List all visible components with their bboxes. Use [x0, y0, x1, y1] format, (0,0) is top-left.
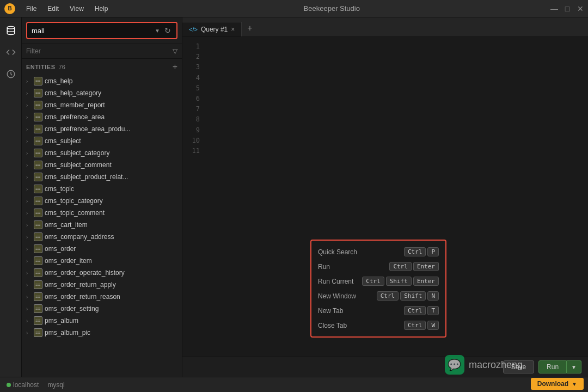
maximize-button[interactable]: □	[564, 5, 571, 12]
shortcut-row: Run CurrentCtrlShiftEnter	[318, 277, 439, 286]
list-item[interactable]: › ≡≡ cms_topic_category	[22, 195, 182, 207]
key-badge: Ctrl	[389, 262, 412, 271]
list-item[interactable]: › ≡≡ oms_order_item	[22, 255, 182, 267]
menu-edit[interactable]: Edit	[43, 4, 63, 14]
shortcut-label: Run	[318, 263, 330, 271]
menu-help[interactable]: Help	[90, 4, 113, 14]
status-connection: localhost	[7, 381, 39, 389]
chevron-right-icon: ›	[26, 186, 32, 192]
titlebar: B File Edit View Help Beekeeper Studio —…	[0, 0, 588, 17]
watermark: 💬 macrozheng	[445, 355, 523, 375]
history-icon[interactable]	[2, 65, 20, 83]
table-icon: ≡≡	[34, 137, 42, 145]
list-item[interactable]: › ≡≡ cms_subject_product_relat...	[22, 171, 182, 183]
key-badge: Shift	[386, 277, 412, 286]
shortcut-label: Run Current	[318, 278, 353, 285]
database-icon[interactable]	[2, 22, 20, 39]
list-item[interactable]: › ≡≡ cms_member_report	[22, 99, 182, 111]
main-layout: mall ▼ ↻ ▽ ENTITIES 76 + › ≡≡ cms_help ›…	[0, 17, 588, 377]
tab-icon: </>	[189, 26, 198, 33]
list-item[interactable]: › ≡≡ oms_cart_item	[22, 219, 182, 231]
shortcut-keys: CtrlT	[404, 306, 439, 315]
list-item[interactable]: › ≡≡ pms_album_pic	[22, 327, 182, 339]
shortcut-keys: CtrlP	[404, 247, 439, 256]
table-icon: ≡≡	[34, 125, 42, 133]
list-item[interactable]: › ≡≡ cms_topic	[22, 183, 182, 195]
table-icon: ≡≡	[34, 304, 42, 313]
download-label: Download	[537, 380, 568, 388]
list-item[interactable]: › ≡≡ oms_company_address	[22, 231, 182, 243]
chevron-right-icon: ›	[26, 150, 32, 156]
entity-name: oms_order_return_apply	[45, 281, 116, 289]
list-item[interactable]: › ≡≡ oms_order_setting	[22, 303, 182, 315]
table-icon: ≡≡	[34, 185, 42, 193]
shortcut-keys: CtrlW	[404, 321, 439, 330]
chevron-right-icon: ›	[26, 90, 32, 96]
list-item[interactable]: › ≡≡ pms_album	[22, 315, 182, 327]
db-dropdown[interactable]: mall ▼ ↻	[26, 22, 177, 39]
entity-name: oms_order_return_reason	[45, 293, 120, 301]
key-badge: N	[427, 291, 439, 301]
entity-name: cms_subject	[45, 137, 81, 145]
connection-name: localhost	[13, 381, 39, 389]
table-icon: ≡≡	[34, 101, 42, 109]
chevron-right-icon: ›	[26, 330, 32, 336]
add-tab-button[interactable]: +	[242, 20, 258, 36]
list-item[interactable]: › ≡≡ cms_subject	[22, 135, 182, 147]
shortcut-row: New TabCtrlT	[318, 306, 439, 315]
entity-name: cms_subject_comment	[45, 161, 112, 169]
db-engine: mysql	[47, 381, 64, 389]
table-icon: ≡≡	[34, 316, 42, 325]
add-entity-button[interactable]: +	[173, 62, 177, 72]
query-tab[interactable]: </> Query #1 ×	[182, 22, 242, 36]
list-item[interactable]: › ≡≡ cms_help_category	[22, 87, 182, 99]
chevron-right-icon: ›	[26, 162, 32, 168]
menu-file[interactable]: File	[22, 4, 41, 14]
db-selector: mall ▼ ↻	[22, 17, 182, 44]
entity-name: cms_prefrence_area	[45, 113, 105, 121]
list-item[interactable]: › ≡≡ cms_help	[22, 75, 182, 87]
entity-name: oms_order_setting	[45, 305, 99, 313]
menu-view[interactable]: View	[65, 4, 88, 14]
list-item[interactable]: › ≡≡ cms_prefrence_area	[22, 111, 182, 123]
filter-input[interactable]	[26, 47, 173, 55]
list-item[interactable]: › ≡≡ oms_order_return_apply	[22, 279, 182, 291]
list-item[interactable]: › ≡≡ cms_topic_comment	[22, 207, 182, 219]
chevron-right-icon: ›	[26, 306, 32, 312]
table-icon: ≡≡	[34, 173, 42, 181]
minimize-button[interactable]: —	[551, 5, 558, 12]
shortcut-row: Close TabCtrlW	[318, 321, 439, 330]
key-badge: Ctrl	[404, 247, 426, 256]
entity-name: oms_order	[45, 245, 76, 253]
list-item[interactable]: › ≡≡ cms_subject_comment	[22, 159, 182, 171]
list-item[interactable]: › ≡≡ cms_subject_category	[22, 147, 182, 159]
download-button[interactable]: Download ▼	[531, 378, 584, 390]
wechat-icon: 💬	[445, 355, 464, 375]
code-icon[interactable]	[2, 44, 20, 61]
key-badge: Enter	[413, 277, 439, 286]
key-badge: Shift	[400, 291, 426, 301]
chevron-right-icon: ›	[26, 102, 32, 108]
entity-name: oms_company_address	[45, 233, 114, 241]
run-dropdown-button[interactable]: ▼	[567, 360, 581, 373]
list-item[interactable]: › ≡≡ oms_order_operate_history	[22, 267, 182, 279]
run-button[interactable]: Run	[538, 360, 567, 373]
line-numbers: 1234567891011	[182, 37, 204, 357]
chevron-right-icon: ›	[26, 78, 32, 84]
list-item[interactable]: › ≡≡ cms_prefrence_area_produ...	[22, 123, 182, 135]
statusbar: localhost mysql No Data	[0, 377, 588, 392]
close-button[interactable]: ✕	[577, 5, 584, 12]
list-item[interactable]: › ≡≡ oms_order	[22, 243, 182, 255]
entity-name: cms_topic	[45, 185, 74, 193]
table-icon: ≡≡	[34, 268, 42, 277]
list-item[interactable]: › ≡≡ oms_order_return_reason	[22, 291, 182, 303]
table-icon: ≡≡	[34, 77, 42, 85]
chevron-right-icon: ›	[26, 294, 32, 300]
chevron-right-icon: ›	[26, 258, 32, 264]
connection-status-indicator	[7, 383, 11, 387]
refresh-icon[interactable]: ↻	[163, 25, 172, 36]
chevron-right-icon: ›	[26, 198, 32, 204]
chevron-right-icon: ›	[26, 318, 32, 324]
key-badge: Ctrl	[362, 277, 384, 286]
close-tab-button[interactable]: ×	[231, 26, 235, 33]
